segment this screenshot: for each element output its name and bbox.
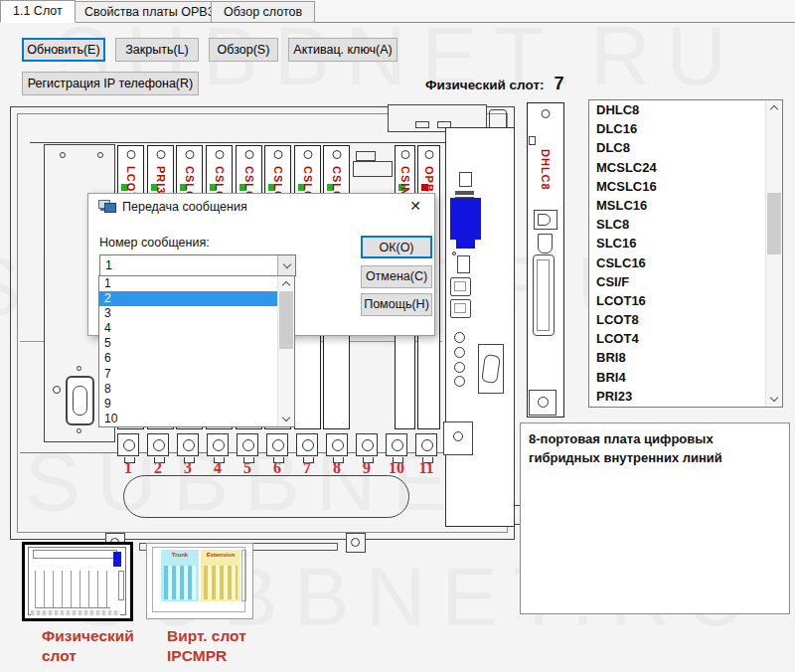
slot-foot	[207, 433, 229, 456]
dropdown-item[interactable]: 3	[99, 306, 277, 321]
connector-inner	[538, 214, 551, 226]
slot-foot	[386, 433, 407, 456]
dropdown-item[interactable]: 1	[99, 276, 277, 291]
cable-tray	[123, 475, 409, 518]
empty-slot-rail	[353, 161, 393, 177]
card-type-item[interactable]: PRI23	[589, 387, 765, 406]
switch	[459, 172, 472, 187]
slot-number: 7	[296, 459, 318, 477]
scrollbar-thumb[interactable]	[279, 291, 293, 349]
card-type-item[interactable]: MCSLC24	[589, 158, 765, 177]
thumb-side-column	[118, 571, 124, 600]
audio-jack	[454, 376, 465, 387]
ip-phone-reg-button[interactable]: Регистрация IP телефона(R)	[22, 72, 199, 95]
screw-icon	[97, 152, 103, 158]
dropdown-item[interactable]: 9	[99, 397, 277, 412]
card-type-item[interactable]: DLC16	[589, 119, 765, 138]
close-button[interactable]: Закрыть(L)	[115, 38, 199, 62]
screw-icon	[244, 150, 253, 159]
card-type-item[interactable]: MSLC16	[589, 196, 765, 215]
dropdown-item[interactable]: 7	[99, 367, 277, 382]
card-list-scrollbar[interactable]	[765, 100, 782, 407]
slot-number: 10	[386, 459, 407, 477]
dropdown-list: 12345678910	[99, 276, 277, 426]
card-type-item[interactable]: LCOT16	[589, 291, 765, 310]
tab-slot[interactable]: 1.1 Слот	[0, 0, 76, 23]
card-type-item[interactable]: CSLC16	[589, 253, 765, 272]
dropdown-item[interactable]: 10	[99, 412, 277, 426]
screw-icon	[424, 150, 433, 159]
slot-foot	[415, 433, 437, 456]
card-type-item[interactable]: DHLC8	[589, 100, 765, 119]
preview-card-label: DHLC8	[540, 149, 552, 191]
card-type-item[interactable]: CSI/F	[589, 272, 765, 291]
connector-bar	[455, 191, 474, 195]
slot-number: 4	[207, 459, 229, 477]
physical-slot-thumbnail-label: Физический слот	[42, 626, 147, 666]
dropdown-item[interactable]: 6	[99, 351, 277, 366]
audio-jack	[454, 332, 465, 343]
dropdown-item[interactable]: 2	[99, 291, 277, 306]
scroll-down-icon[interactable]	[766, 392, 782, 407]
message-dialog-icon	[98, 199, 116, 218]
slot-foot	[237, 433, 258, 456]
scrollbar-thumb[interactable]	[767, 193, 781, 254]
virtual-slot-thumbnail-label: Вирт. слот IPCMPR	[167, 626, 258, 666]
message-number-label: Номер сообщения:	[99, 236, 210, 250]
slot-number: 3	[177, 459, 199, 477]
cancel-button[interactable]: Отмена(C)	[361, 265, 432, 288]
blue-connector-base	[456, 240, 475, 249]
rj45-pin	[454, 281, 466, 291]
preview-card-dhlc8: DHLC8	[527, 102, 564, 418]
close-icon[interactable]: ✕	[402, 196, 428, 216]
screw-icon	[538, 397, 549, 408]
overview-button[interactable]: Обзор(S)	[209, 38, 278, 62]
refresh-button[interactable]: Обновить(E)	[22, 38, 105, 62]
scroll-up-icon[interactable]	[278, 276, 294, 291]
card-type-item[interactable]: BRI8	[589, 348, 765, 367]
slot-number: 2	[147, 459, 169, 477]
chevron-down-icon[interactable]	[277, 255, 295, 275]
thumb-extension-slots	[204, 566, 238, 599]
help-button[interactable]: Помощь(H)	[361, 293, 432, 316]
amphenol-inner	[537, 259, 550, 331]
card-type-item[interactable]: BRI4	[589, 368, 765, 387]
jumper-block	[457, 255, 470, 273]
virtual-slot-thumbnail[interactable]: Trunk Extension	[146, 543, 253, 619]
dropdown-item[interactable]: 8	[99, 382, 277, 397]
card-type-item[interactable]: MCSLC16	[589, 177, 765, 196]
screw-icon	[53, 386, 61, 394]
tab-card-properties[interactable]: Свойства платы OPB3	[72, 1, 228, 23]
slot-number: 5	[237, 459, 258, 477]
slot-foot	[147, 433, 169, 456]
dropdown-scrollbar[interactable]	[277, 276, 294, 426]
card-type-item[interactable]: SLC16	[589, 234, 765, 252]
physical-slot-thumbnail[interactable]	[22, 542, 133, 621]
card-type-item[interactable]: DLC8	[589, 138, 765, 157]
card-type-item[interactable]: LCOT4	[589, 329, 765, 348]
slot-foot	[326, 433, 348, 456]
dropdown-item[interactable]: 4	[99, 321, 277, 336]
physical-slot-indicator: Физический слот:7	[425, 74, 564, 94]
thumb-trunk-slots	[164, 566, 196, 599]
scroll-down-icon[interactable]	[278, 412, 294, 426]
extension-label: Extension	[201, 552, 240, 558]
screw-icon	[453, 431, 463, 441]
slot-foot	[177, 433, 199, 456]
card-label: CSIN	[399, 166, 411, 196]
thumb-trunk-area: Trunk	[161, 550, 199, 601]
slot-feet-row	[117, 433, 437, 456]
tab-slot-overview[interactable]: Обзор слотов	[211, 1, 315, 23]
card-label: PRI3	[155, 166, 167, 194]
screw-icon	[542, 109, 551, 118]
dropdown-item[interactable]: 5	[99, 336, 277, 351]
scroll-up-icon[interactable]	[766, 100, 782, 115]
card-type-item[interactable]: SLC8	[589, 215, 765, 234]
card-type-item[interactable]: LCOT8	[589, 310, 765, 329]
screw-icon	[332, 150, 341, 159]
message-number-combobox[interactable]: 1	[99, 254, 296, 276]
ok-button[interactable]: ОК(O)	[361, 236, 432, 258]
activation-key-button[interactable]: Активац. ключ(A)	[288, 38, 398, 62]
screw-icon	[60, 152, 66, 158]
screw-icon	[185, 150, 194, 159]
